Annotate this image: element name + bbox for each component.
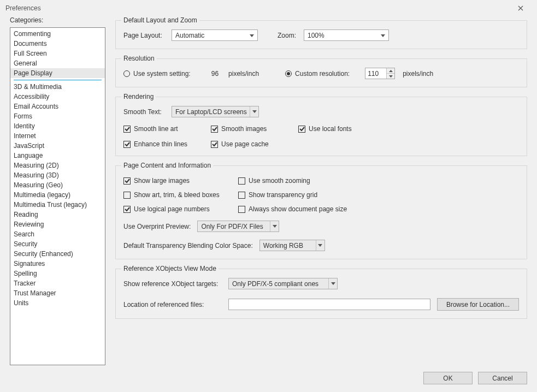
radio-icon [285,70,292,77]
category-item[interactable]: Reviewing [10,219,105,229]
category-item[interactable]: Trust Manager [10,288,105,298]
category-item[interactable]: General [10,58,105,68]
category-separator [14,80,102,80]
custom-unit: pixels/inch [403,70,433,78]
page-content-legend: Page Content and Information [121,162,213,169]
dialog-footer: OK Cancel [10,372,527,384]
zoom-select[interactable]: 100% [304,29,389,41]
system-unit: pixels/inch [228,70,259,78]
use-logical-pages-checkbox[interactable]: Use logical page numbers [123,205,238,213]
enhance-thin-lines-checkbox[interactable]: Enhance thin lines [123,140,211,148]
category-item[interactable]: Search [10,229,105,239]
category-item[interactable]: Signatures [10,259,105,269]
settings-panel: Default Layout and Zoom Page Layout: Aut… [115,16,527,365]
show-art-trim-checkbox[interactable]: Show art, trim, & bleed boxes [123,191,238,199]
category-item[interactable]: Accessibility [10,92,105,102]
spinner-down[interactable] [387,74,394,79]
page-content-group: Page Content and Information Show large … [115,162,527,259]
category-item[interactable]: 3D & Multimedia [10,82,105,92]
category-item[interactable]: Measuring (Geo) [10,180,105,190]
category-item[interactable]: Multimedia Trust (legacy) [10,200,105,210]
chevron-down-icon [379,32,387,39]
radio-icon [123,70,130,77]
overprint-label: Use Overprint Preview: [123,223,191,230]
page-layout-select[interactable]: Automatic [172,29,258,41]
use-page-cache-checkbox[interactable]: Use page cache [211,140,298,148]
chevron-down-icon [248,32,256,39]
category-item[interactable]: Units [10,298,105,308]
categories-list[interactable]: CommentingDocumentsFull ScreenGeneralPag… [10,27,105,365]
xobjects-group: Reference XObjects View Mode Show refere… [115,265,527,319]
blend-label: Default Transparency Blending Color Spac… [123,242,253,250]
chevron-down-icon [270,221,279,231]
always-show-size-checkbox[interactable]: Always show document page size [238,205,353,213]
xobject-targets-label: Show reference XObject targets: [123,280,222,288]
rendering-legend: Rendering [121,93,156,100]
custom-resolution-spinner[interactable] [365,68,395,79]
location-field[interactable] [228,299,430,310]
use-smooth-zooming-checkbox[interactable]: Use smooth zooming [238,177,353,185]
category-item[interactable]: Identity [10,121,105,131]
layout-zoom-group: Default Layout and Zoom Page Layout: Aut… [115,16,527,49]
location-label: Location of referenced files: [123,301,222,308]
category-item[interactable]: Tracker [10,278,105,288]
category-item[interactable]: Security [10,239,105,249]
custom-resolution-input[interactable] [365,68,386,79]
resolution-legend: Resolution [121,55,157,62]
category-item[interactable]: Security (Enhanced) [10,249,105,259]
title-bar: Preferences [0,0,537,16]
browse-location-button[interactable]: Browse for Location... [437,298,519,311]
category-item[interactable]: Measuring (3D) [10,170,105,180]
ok-button[interactable]: OK [423,372,473,384]
smooth-text-select[interactable]: For Laptop/LCD screens [172,106,259,117]
category-item[interactable]: JavaScript [10,141,105,151]
blend-select[interactable]: Working RGB [259,240,325,251]
resolution-group: Resolution Use system setting: 96 pixels… [115,55,527,87]
chevron-down-icon [328,278,337,289]
layout-zoom-legend: Default Layout and Zoom [121,16,199,24]
cancel-button[interactable]: Cancel [478,372,527,384]
system-value: 96 [211,70,219,78]
use-local-fonts-checkbox[interactable]: Use local fonts [298,125,519,133]
xobject-targets-select[interactable]: Only PDF/X-5 compliant ones [228,278,338,289]
xobjects-legend: Reference XObjects View Mode [121,265,219,272]
category-item[interactable]: Internet [10,131,105,141]
category-item[interactable]: Full Screen [10,49,105,58]
categories-panel: Categories: CommentingDocumentsFull Scre… [10,16,105,365]
category-item[interactable]: Spelling [10,269,105,278]
rendering-group: Rendering Smooth Text: For Laptop/LCD sc… [115,93,527,156]
category-item[interactable]: Language [10,151,105,161]
category-item[interactable]: Forms [10,111,105,121]
chevron-down-icon [250,106,258,117]
zoom-label: Zoom: [278,32,296,39]
window-title: Preferences [5,4,510,12]
smooth-text-label: Smooth Text: [123,108,167,116]
category-item[interactable]: Reading [10,210,105,219]
chevron-down-icon [316,240,324,251]
category-item[interactable]: Documents [10,39,105,49]
category-item[interactable]: Page Display [10,68,105,78]
smooth-line-art-checkbox[interactable]: Smooth line art [123,125,211,133]
close-button[interactable] [510,1,532,16]
category-item[interactable]: Multimedia (legacy) [10,190,105,200]
spinner-up[interactable] [387,68,394,74]
category-item[interactable]: Email Accounts [10,102,105,111]
smooth-images-checkbox[interactable]: Smooth images [211,125,298,133]
categories-label: Categories: [10,16,105,24]
use-system-radio[interactable]: Use system setting: [123,70,191,78]
overprint-select[interactable]: Only For PDF/X Files [197,221,279,232]
show-transparency-grid-checkbox[interactable]: Show transparency grid [238,191,353,199]
show-large-images-checkbox[interactable]: Show large images [123,177,238,185]
close-icon [518,5,523,11]
category-item[interactable]: Measuring (2D) [10,161,105,170]
page-layout-label: Page Layout: [123,32,164,39]
category-item[interactable]: Commenting [10,29,105,39]
custom-resolution-radio[interactable]: Custom resolution: [285,70,350,78]
